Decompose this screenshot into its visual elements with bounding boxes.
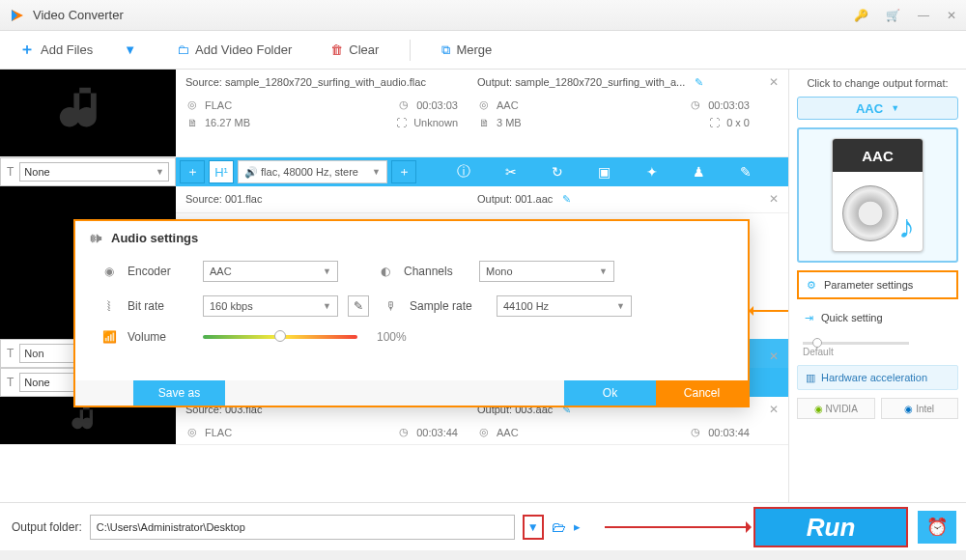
- bitrate-icon: ⦚: [100, 299, 118, 313]
- quality-default-label: Default: [803, 347, 958, 357]
- annotation-arrow: [605, 526, 750, 528]
- remove-item-button[interactable]: ✕: [759, 186, 788, 212]
- watermark-icon[interactable]: ♟: [693, 164, 705, 180]
- samplerate-label: Sample rate: [410, 299, 487, 313]
- clock-icon: ◷: [397, 98, 411, 111]
- channels-label: Channels: [404, 265, 469, 278]
- rotate-icon[interactable]: ↻: [552, 164, 563, 180]
- remove-item-button[interactable]: ✕: [759, 70, 788, 156]
- clock-icon: ◷: [689, 98, 702, 111]
- save-as-button[interactable]: Save as: [133, 380, 225, 406]
- parameter-settings-button[interactable]: ⚙ Parameter settings: [797, 270, 958, 299]
- add-audio-button[interactable]: ＋: [391, 160, 416, 183]
- format-hint-label: Click to change output format:: [797, 77, 958, 89]
- info-icon[interactable]: ⓘ: [457, 163, 470, 181]
- hardware-acceleration-button[interactable]: ▥ Hardware acceleration: [797, 365, 958, 390]
- source-label: Source: sample_1280x720_surfing_with_aud…: [185, 76, 426, 88]
- res-icon: ⛶: [394, 117, 408, 128]
- app-title: Video Converter: [33, 8, 854, 22]
- bitrate-select[interactable]: 160 kbps▼: [203, 295, 338, 317]
- encoder-select[interactable]: AAC▼: [203, 261, 338, 282]
- dialog-title: Audio settings: [111, 231, 198, 245]
- volume-label: Volume: [128, 330, 193, 344]
- effects-icon[interactable]: ✦: [646, 164, 658, 180]
- add-subtitle-button[interactable]: ＋: [180, 160, 205, 183]
- output-label: Output: sample_1280x720_surfing_with_a..…: [477, 76, 685, 88]
- channels-icon: ◐: [377, 265, 394, 278]
- bitrate-edit-button[interactable]: ✎: [348, 295, 369, 317]
- file-list-pane: Source: sample_1280x720_surfing_with_aud…: [0, 70, 788, 502]
- res-icon: ⛶: [707, 117, 721, 128]
- remove-item-button[interactable]: ✕: [759, 344, 788, 363]
- ok-button[interactable]: Ok: [564, 380, 656, 406]
- samplerate-select[interactable]: 44100 Hz▼: [497, 295, 632, 317]
- item-control-bar: T None▼ ＋ H¹ 🔊 flac, 48000 Hz, stere▼ ＋ …: [0, 157, 788, 186]
- add-files-dropdown[interactable]: ▼: [124, 42, 136, 57]
- codec-icon: ◎: [477, 98, 491, 111]
- merge-button[interactable]: ⧉Merge: [434, 39, 499, 62]
- subtitle-select[interactable]: None▼: [19, 162, 169, 182]
- bitrate-label: Bit rate: [128, 299, 193, 313]
- subtitle-icon[interactable]: ✎: [740, 164, 752, 180]
- clear-button[interactable]: 🗑Clear: [323, 39, 386, 61]
- output-folder-label: Output folder:: [12, 520, 82, 534]
- cart-icon[interactable]: 🛒: [886, 9, 900, 22]
- app-logo-icon: [10, 8, 25, 23]
- crop-icon[interactable]: ▣: [598, 164, 611, 180]
- format-preview[interactable]: AAC ♪: [797, 127, 958, 263]
- edit-output-icon[interactable]: ✎: [695, 76, 703, 89]
- thumbnail: [0, 70, 176, 156]
- cancel-button[interactable]: Cancel: [656, 380, 748, 406]
- add-video-folder-button[interactable]: 🗀Add Video Folder: [169, 39, 299, 61]
- chip-icon: ▥: [806, 372, 815, 384]
- quick-quality-slider[interactable]: [803, 342, 909, 345]
- bottom-bar: Output folder: C:\Users\Administrator\De…: [0, 502, 966, 550]
- list-item: Source: sample_1280x720_surfing_with_aud…: [0, 70, 788, 157]
- nvidia-badge: ◉ NVIDIA: [797, 398, 875, 419]
- encoder-label: Encoder: [128, 265, 193, 278]
- quick-setting-button[interactable]: ⇥ Quick setting: [797, 307, 958, 328]
- annotation-arrow: [750, 310, 788, 312]
- speaker-icon: 🕪: [89, 231, 101, 245]
- schedule-button[interactable]: ⏰: [918, 511, 956, 544]
- sliders-icon: ⚙: [807, 279, 816, 292]
- samplerate-icon: 🎙: [383, 299, 400, 313]
- run-button[interactable]: Run: [753, 507, 908, 547]
- channels-select[interactable]: Mono▼: [479, 261, 614, 282]
- play-output-icon[interactable]: ▸: [574, 519, 581, 534]
- list-item: Source: 001.flac Output: 001.aac✎ ✕: [0, 186, 788, 213]
- output-folder-input[interactable]: C:\Users\Administrator\Desktop: [90, 515, 515, 540]
- size-icon: 🗎: [477, 117, 491, 128]
- remove-item-button[interactable]: ✕: [759, 397, 788, 444]
- close-button[interactable]: ✕: [947, 9, 956, 22]
- quick-icon: ⇥: [805, 312, 813, 324]
- codec-icon: ◎: [185, 98, 199, 111]
- intel-badge: ◉ Intel: [881, 398, 959, 419]
- size-icon: 🗎: [185, 117, 199, 128]
- volume-slider[interactable]: [203, 335, 357, 339]
- source-label: Source: 001.flac: [185, 193, 263, 205]
- key-icon[interactable]: 🔑: [854, 9, 868, 22]
- hd-button[interactable]: H¹: [209, 160, 234, 183]
- audio-format-select[interactable]: 🔊 flac, 48000 Hz, stere▼: [238, 160, 387, 183]
- edit-output-icon[interactable]: ✎: [562, 193, 571, 206]
- volume-value: 100%: [377, 330, 407, 344]
- volume-icon: 📶: [100, 330, 118, 344]
- output-format-panel: Click to change output format: AAC▼ AAC …: [788, 70, 966, 502]
- cut-icon[interactable]: ✂: [505, 164, 517, 180]
- output-folder-dropdown[interactable]: ▼: [523, 515, 544, 540]
- main-toolbar: ＋Add Files ▼ 🗀Add Video Folder 🗑Clear ⧉M…: [0, 31, 966, 70]
- output-label: Output: 001.aac: [477, 193, 553, 205]
- output-format-select[interactable]: AAC▼: [797, 97, 958, 120]
- audio-settings-dialog: 🕪 Audio settings ◉ Encoder AAC▼ ◐ Channe…: [73, 219, 750, 407]
- minimize-button[interactable]: ―: [918, 9, 929, 22]
- add-files-button[interactable]: ＋Add Files: [12, 36, 100, 64]
- encoder-icon: ◉: [100, 265, 118, 278]
- open-folder-icon[interactable]: 🗁: [552, 518, 566, 535]
- title-bar: Video Converter 🔑 🛒 ― ✕: [0, 0, 966, 31]
